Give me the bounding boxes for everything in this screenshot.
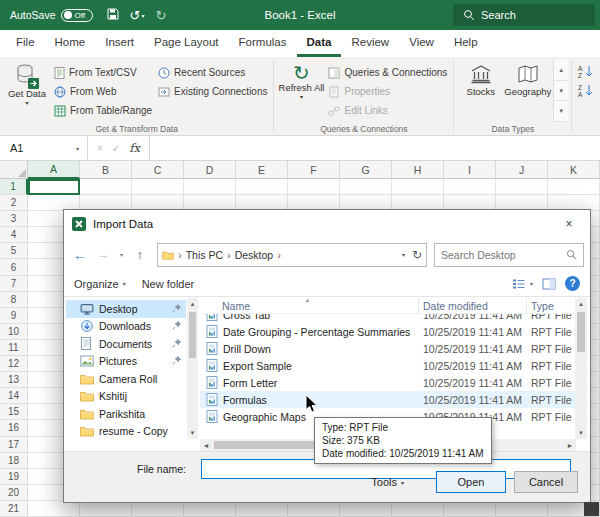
scroll-up-icon[interactable]: ▲ — [190, 298, 196, 310]
cell-C1[interactable] — [132, 179, 184, 195]
titlebar-search[interactable]: Search — [453, 4, 595, 26]
cell-E21[interactable] — [236, 501, 288, 517]
column-header-a[interactable]: A — [28, 161, 80, 179]
dialog-close-button[interactable]: × — [548, 210, 590, 238]
cell-J21[interactable] — [496, 501, 548, 517]
cell-F1[interactable] — [288, 179, 340, 195]
column-header-h[interactable]: H — [392, 161, 444, 179]
column-header-g[interactable]: G — [340, 161, 392, 179]
save-icon[interactable] — [107, 8, 119, 22]
row-header-12[interactable]: 12 — [0, 356, 28, 372]
cell-F21[interactable] — [288, 501, 340, 517]
sidebar-item-parikshita[interactable]: Parikshita — [66, 405, 186, 423]
row-header-4[interactable]: 4 — [0, 227, 28, 243]
scroll-thumb[interactable] — [577, 312, 585, 352]
row-header-19[interactable]: 19 — [0, 469, 28, 485]
gallery-more-button[interactable]: ▼ — [554, 101, 568, 122]
tab-formulas[interactable]: Formulas — [229, 30, 297, 57]
row-header-21[interactable]: 21 — [0, 501, 28, 517]
preview-pane-button[interactable] — [542, 278, 556, 290]
column-header-date-modified[interactable]: Date modified — [419, 298, 527, 313]
sidebar-item-desktop[interactable]: Desktop — [66, 300, 186, 318]
tab-data[interactable]: Data — [297, 30, 342, 57]
cell-H1[interactable] — [392, 179, 444, 195]
open-button[interactable]: Open — [436, 471, 506, 493]
cell-G1[interactable] — [340, 179, 392, 195]
address-dropdown-icon[interactable]: ▾ — [402, 251, 405, 258]
tab-page-layout[interactable]: Page Layout — [144, 30, 229, 57]
cancel-button[interactable]: Cancel — [514, 471, 578, 493]
up-button[interactable]: ↑ — [130, 244, 150, 266]
column-header-f[interactable]: F — [288, 161, 340, 179]
tab-file[interactable]: File — [6, 30, 45, 57]
cancel-entry-icon[interactable]: × — [97, 143, 103, 154]
forward-button[interactable]: → — [93, 244, 113, 266]
scroll-down-icon[interactable]: ▼ — [578, 427, 584, 439]
breadcrumb-this-pc[interactable]: This PC — [186, 249, 223, 261]
from-table-range-button[interactable]: From Table/Range — [51, 101, 155, 120]
help-button[interactable]: ? — [565, 276, 580, 291]
cell-H21[interactable] — [392, 501, 444, 517]
scroll-right-icon[interactable]: ► — [564, 442, 576, 449]
stocks-button[interactable]: Stocks — [457, 60, 504, 122]
column-header-b[interactable]: B — [80, 161, 132, 179]
scroll-down-icon[interactable]: ▼ — [190, 427, 196, 439]
refresh-icon[interactable]: ↻ — [412, 248, 422, 262]
confirm-entry-icon[interactable]: ✓ — [112, 143, 120, 154]
undo-dropdown-icon[interactable]: ▾ — [141, 13, 144, 19]
cell-I21[interactable] — [444, 501, 496, 517]
cell-E1[interactable] — [236, 179, 288, 195]
tab-insert[interactable]: Insert — [95, 30, 144, 57]
insert-function-icon[interactable]: fx — [129, 141, 140, 155]
column-header-k[interactable]: K — [548, 161, 600, 179]
gallery-up-button[interactable]: ▲ — [554, 60, 568, 81]
sidebar-item-kshitij[interactable]: Kshitij — [66, 388, 186, 406]
file-row-drill-down[interactable]: Drill Down10/25/2019 11:41 AMRPT File — [200, 340, 576, 357]
row-header-16[interactable]: 16 — [0, 420, 28, 436]
cell-K1[interactable] — [548, 179, 600, 195]
scroll-up-icon[interactable]: ▲ — [578, 298, 584, 310]
sidebar-item-resume-copy[interactable]: resume - Copy — [66, 423, 186, 440]
file-row-formulas[interactable]: Formulas10/25/2019 11:41 AMRPT File — [200, 391, 576, 408]
cell-D21[interactable] — [184, 501, 236, 517]
queries-connections-button[interactable]: Queries & Connections — [325, 63, 450, 82]
edit-links-button[interactable]: Edit Links — [325, 101, 450, 120]
column-header-type[interactable]: Type — [527, 298, 576, 313]
column-header-name[interactable]: ▲Name — [200, 298, 419, 313]
file-row-form-letter[interactable]: Form Letter10/25/2019 11:41 AMRPT File — [200, 374, 576, 391]
name-box[interactable]: A1 ▾ — [0, 136, 88, 160]
tab-home[interactable]: Home — [45, 30, 96, 57]
recent-sources-button[interactable]: Recent Sources — [155, 63, 270, 82]
dialog-search-box[interactable]: Search Desktop — [434, 243, 584, 267]
existing-connections-button[interactable]: Existing Connections — [155, 82, 270, 101]
cell-B21[interactable] — [80, 501, 132, 517]
autosave-toggle[interactable]: AutoSave Off — [10, 9, 93, 22]
row-header-9[interactable]: 9 — [0, 308, 28, 324]
undo-button[interactable]: ↺▾ — [130, 9, 145, 22]
row-header-15[interactable]: 15 — [0, 404, 28, 420]
views-button[interactable]: ▾ — [512, 278, 533, 290]
cell-B1[interactable] — [80, 179, 132, 195]
file-row-export-sample[interactable]: Export Sample10/25/2019 11:41 AMRPT File — [200, 357, 576, 374]
properties-button[interactable]: Properties — [325, 82, 450, 101]
cell-D1[interactable] — [184, 179, 236, 195]
cell-C21[interactable] — [132, 501, 184, 517]
formula-input[interactable] — [150, 136, 600, 160]
cell-A21[interactable] — [28, 501, 80, 517]
scroll-left-icon[interactable]: ◄ — [200, 442, 212, 449]
redo-button[interactable]: ↻ — [155, 9, 166, 22]
sidebar-item-downloads[interactable]: Downloads — [66, 318, 186, 336]
column-header-j[interactable]: J — [496, 161, 548, 179]
sidebar-item-documents[interactable]: Documents — [66, 335, 186, 353]
column-header-d[interactable]: D — [184, 161, 236, 179]
from-text-csv-button[interactable]: From Text/CSV — [51, 63, 155, 82]
column-header-i[interactable]: I — [444, 161, 496, 179]
cell-J1[interactable] — [496, 179, 548, 195]
row-header-14[interactable]: 14 — [0, 388, 28, 404]
back-button[interactable]: ← — [70, 244, 90, 266]
list-scrollbar[interactable]: ▲ ▼ — [575, 298, 587, 439]
sort-ascending-button[interactable]: AZ — [576, 63, 596, 79]
refresh-all-button[interactable]: ↻ Refresh All ▾ — [277, 60, 325, 122]
file-row-date-grouping-percentage-summaries[interactable]: Date Grouping - Percentage Summaries10/2… — [200, 323, 576, 340]
from-web-button[interactable]: From Web — [51, 82, 155, 101]
